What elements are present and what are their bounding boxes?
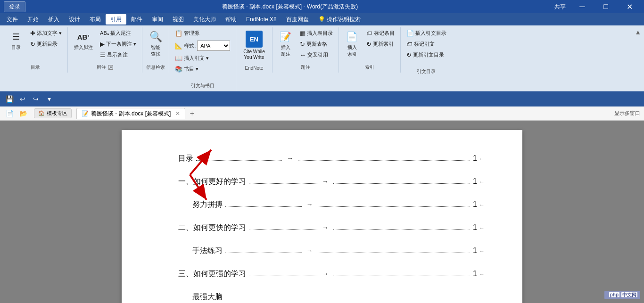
new-file-icon[interactable]: 📄 (4, 109, 16, 118)
menu-search[interactable]: 💡 操作说明搜索 (314, 14, 365, 25)
cross-reference-button[interactable]: ↔ 交叉引用 (297, 50, 336, 60)
title-bar: 登录 善医怪谈 - 副本.docx [兼容模式] - Word(产品激活失败) … (0, 0, 644, 13)
citation-index-icon: 📄 (406, 30, 414, 37)
ribbon-collapse-icon[interactable]: ▲ (635, 28, 641, 36)
update-index-button[interactable]: ↻ 更新索引 (363, 39, 397, 49)
insert-table-of-figures-button[interactable]: ▦ 插入表目录 (297, 28, 336, 38)
show-multi-window[interactable]: 显示多窗口 (614, 110, 640, 117)
endnote-icon: AB₁ (100, 30, 109, 36)
document-area: 目录 → 1 ← 一、如何更好的学习 → 1 ← 努力拼搏 → 1 ← 二、如何… (0, 121, 644, 303)
toc-entry-1: 一、如何更好的学习 → 1 ← (178, 177, 485, 187)
endnote-en-icon: EN (246, 31, 263, 48)
update-citation-icon: ↻ (406, 51, 412, 58)
menu-file[interactable]: 文件 (2, 14, 23, 25)
caption-icon: 📝 (279, 30, 292, 43)
close-button[interactable]: ✕ (619, 0, 640, 13)
share-button[interactable]: 共享 (554, 3, 566, 11)
table-of-figures-icon: ▦ (300, 30, 305, 37)
bibliography-icon: 📚 (175, 66, 182, 73)
ribbon: ☰ 目录 ✚ 添加文字 ▾ ↻ 更新目录 目录 AB¹ 插入脚注 (0, 25, 644, 91)
document-page[interactable]: 目录 → 1 ← 一、如何更好的学习 → 1 ← 努力拼搏 → 1 ← 二、如何… (122, 130, 522, 303)
ribbon-group-toc: ☰ 目录 ✚ 添加文字 ▾ ↻ 更新目录 目录 (3, 27, 68, 73)
mark-entry-button[interactable]: 🏷 标记条目 (363, 28, 397, 38)
open-file-icon[interactable]: 📂 (17, 109, 29, 118)
login-button[interactable]: 登录 (4, 1, 25, 12)
toc-entry-3-1: 最强大脑 (192, 292, 485, 302)
insert-endnote-button[interactable]: AB₁ 插入尾注 (97, 28, 139, 38)
menu-insert[interactable]: 插入 (43, 14, 64, 25)
toc-entry-2: 二、如何更快的学习 → 1 ← (178, 223, 485, 233)
window-title: 善医怪谈 - 副本.docx [兼容模式] - Word(产品激活失败) (25, 3, 554, 11)
mark-citation-button[interactable]: 🏷 标记引文 (404, 39, 449, 49)
caption-group-label: 题注 (301, 64, 310, 71)
undo-button[interactable]: ↩ (17, 93, 28, 105)
smart-search-button[interactable]: 🔍 智能查找 (145, 28, 166, 59)
menu-bar: 文件 开始 插入 设计 布局 引用 邮件 审阅 视图 美化大师 帮助 EndNo… (0, 13, 644, 25)
style-dropdown[interactable]: APA MLA Chicago (197, 41, 230, 51)
document-tab[interactable]: 📝 善医怪谈 - 副本.docx [兼容模式] ✕ (76, 108, 185, 119)
insert-citation-index-button[interactable]: 📄 插入引文目录 (404, 28, 449, 38)
manage-sources-icon: 📋 (175, 30, 182, 37)
style-icon: 📐 (175, 42, 182, 49)
menu-view[interactable]: 视图 (168, 14, 189, 25)
update-citation-index-button[interactable]: ↻ 更新引文目录 (404, 50, 449, 60)
add-tab-button[interactable]: + (186, 108, 198, 119)
manage-sources-button[interactable]: 📋 管理源 (172, 28, 233, 38)
bibliography-button[interactable]: 📚 书目 ▾ (172, 64, 233, 74)
index-icon: 📄 (346, 30, 359, 43)
citation-index-group-label: 引文目录 (417, 68, 436, 75)
index-group-label: 索引 (365, 64, 374, 71)
ribbon-group-endnote: EN Cite While You Write EndNote (236, 27, 272, 73)
insert-citation-button[interactable]: 📖 插入引文 ▾ (172, 53, 233, 63)
menu-baidu[interactable]: 百度网盘 (281, 14, 314, 25)
maximize-button[interactable]: □ (595, 0, 617, 13)
insert-footnote-button[interactable]: AB¹ 插入脚注 (71, 28, 96, 53)
menu-references[interactable]: 引用 (106, 14, 126, 25)
toc-entry-3: 三、如何更强的学习 → 1 ← (178, 269, 485, 279)
customize-qa-button[interactable]: ▾ (43, 93, 55, 105)
toc-entry-2-1: 手法练习 → 1 ← (192, 246, 485, 256)
show-notes-icon: ☰ (100, 51, 106, 58)
update-index-icon: ↻ (366, 41, 372, 48)
insert-caption-button[interactable]: 📝 插入题注 (275, 28, 296, 59)
update-toc-icon: ↻ (30, 41, 35, 48)
toc-group-label: 目录 (31, 64, 40, 71)
next-footnote-icon: ▶ (100, 41, 105, 48)
toc-icon: ☰ (9, 30, 23, 43)
menu-review[interactable]: 审阅 (147, 14, 168, 25)
ribbon-group-citation-index: 📄 插入引文目录 🏷 标记引文 ↻ 更新引文目录 引文目录 (401, 27, 452, 77)
footnote-icon: AB¹ (77, 30, 90, 43)
footnote-group-label: 脚注 ↗ (97, 64, 113, 71)
ribbon-group-index: 📄 插入索引 🏷 标记条目 ↻ 更新索引 索引 (339, 27, 401, 73)
menu-layout[interactable]: 布局 (85, 14, 106, 25)
show-notes-button[interactable]: ☰ 显示备注 (97, 50, 139, 60)
template-zone[interactable]: 🏠 模板专区 (34, 108, 72, 118)
menu-endnote[interactable]: EndNote X8 (241, 14, 281, 25)
menu-beautify[interactable]: 美化大师 (189, 14, 221, 25)
tab-close-icon[interactable]: ✕ (175, 110, 180, 117)
footnote-expand-icon[interactable]: ↗ (108, 65, 113, 70)
toc-entry-toc: 目录 → 1 ← (178, 154, 485, 164)
doc-icon: 📝 (82, 110, 89, 117)
add-text-button[interactable]: ✚ 添加文字 ▾ (27, 28, 65, 38)
ribbon-group-citations: 📋 管理源 📐 样式: APA MLA Chicago 📖 插入引文 ▾ (169, 27, 236, 91)
menu-mail[interactable]: 邮件 (126, 14, 147, 25)
toc-entry-1-1: 努力拼搏 → 1 ← (192, 200, 485, 210)
redo-button[interactable]: ↪ (30, 93, 41, 105)
toc-button[interactable]: ☰ 目录 (6, 28, 26, 53)
menu-design[interactable]: 设计 (64, 14, 85, 25)
mark-citation-icon: 🏷 (406, 41, 413, 48)
home-icon: 🏠 (38, 110, 45, 116)
update-table-button[interactable]: ↻ 更新表格 (297, 39, 336, 49)
menu-start[interactable]: 开始 (23, 14, 43, 25)
save-qa-button[interactable]: 💾 (4, 93, 15, 105)
next-footnote-button[interactable]: ▶ 下一条脚注 ▾ (97, 39, 139, 49)
menu-help[interactable]: 帮助 (221, 14, 241, 25)
lightbulb-icon: 💡 (318, 16, 325, 23)
insert-index-button[interactable]: 📄 插入索引 (342, 28, 363, 59)
cite-while-you-write-button[interactable]: EN Cite While You Write (239, 28, 269, 63)
mark-entry-icon: 🏷 (366, 30, 372, 37)
minimize-button[interactable]: ─ (571, 0, 593, 13)
update-toc-button[interactable]: ↻ 更新目录 (27, 39, 65, 49)
style-selector[interactable]: 📐 样式: APA MLA Chicago (172, 39, 233, 52)
